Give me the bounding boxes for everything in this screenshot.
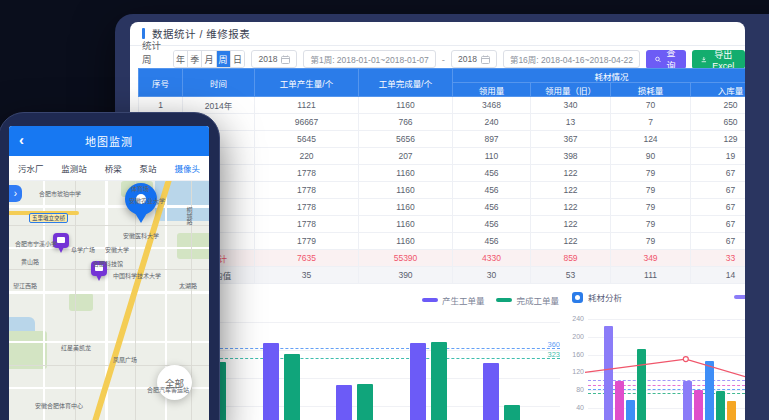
table-cell: 1160	[359, 199, 453, 216]
phone-mockup: ‹ 地图监测 污水厂监测站桥梁泵站摄像头	[0, 112, 220, 420]
y-axis-tick: 40	[570, 404, 584, 411]
table-cell: 398	[531, 148, 611, 165]
column-header: 序号	[139, 69, 183, 97]
table-cell: 1778	[255, 165, 359, 182]
breadcrumb: 数据统计 / 维修报表	[130, 22, 745, 46]
map-label: 阜学广场	[71, 245, 95, 254]
page: 数据统计 / 维修报表 统计周期： 年季月周日 2018 第1周: 2018-0…	[0, 0, 769, 420]
table-row[interactable]: 5177811604561227967	[139, 165, 746, 182]
bar	[615, 381, 624, 420]
phone-tab[interactable]: 泵站	[140, 162, 157, 174]
table-cell: 67	[691, 182, 746, 199]
bar	[637, 349, 646, 420]
table-row[interactable]: 296667766240137650	[139, 114, 746, 131]
table-row[interactable]: 7177811604561227967	[139, 199, 746, 216]
phone-page-title: 地图监测	[85, 133, 133, 149]
y-axis-tick: 200	[570, 333, 584, 340]
table-cell: 53	[531, 267, 611, 284]
table-average-row[interactable]: 平均值35390305311114	[139, 267, 746, 284]
bar	[705, 361, 714, 420]
table-row[interactable]: 8177811604561227967	[139, 216, 746, 233]
phone-tab[interactable]: 桥梁	[105, 162, 122, 174]
bar-完成工单量	[357, 384, 373, 420]
week-start-input[interactable]: 第1周: 2018-01-01~2018-01-07	[303, 50, 435, 68]
consumable-chart: 耗材分析 2402001601208040	[570, 286, 745, 420]
map-label: 安徽农业大学	[129, 196, 165, 205]
map-label: 五里墩立交桥	[29, 213, 68, 223]
table-cell: 1779	[255, 233, 359, 250]
table-cell: 79	[611, 182, 691, 199]
table-cell: 1778	[255, 199, 359, 216]
phone-tab[interactable]: 监测站	[61, 162, 87, 174]
column-header: 工单完成量/个	[359, 69, 453, 97]
table-row[interactable]: 9177911604561227967	[139, 233, 746, 250]
column-header: 工单产生量/个	[255, 69, 359, 97]
legend-label: 完成工单量	[516, 294, 559, 306]
table-cell: 859	[531, 250, 611, 267]
table-cell: 67	[691, 165, 746, 182]
period-segment-周[interactable]: 周	[217, 51, 231, 67]
table-cell: 207	[359, 148, 453, 165]
query-button[interactable]: 查询	[646, 50, 686, 69]
table-row[interactable]: 6177811604561227967	[139, 182, 746, 199]
table-cell: 340	[531, 97, 611, 114]
download-icon	[701, 55, 707, 64]
export-excel-button[interactable]: 导出Excel	[692, 50, 745, 69]
map-label: 凤凰广场	[113, 355, 137, 364]
back-icon[interactable]: ‹	[19, 132, 24, 148]
show-all-button[interactable]: 全部	[157, 365, 192, 400]
week-end-input[interactable]: 第16周: 2018-04-16~2018-04-22	[503, 50, 640, 68]
table-cell: 124	[611, 131, 691, 148]
table-row[interactable]: 356455656897367124129	[139, 131, 746, 148]
table-cell: 79	[611, 233, 691, 250]
calendar-icon	[481, 55, 490, 64]
y-axis-tick: 240	[570, 315, 584, 322]
year-start-select[interactable]: 2018	[251, 50, 297, 68]
bar	[626, 400, 635, 420]
table-total-row[interactable]: 合计763555390433085934933	[139, 250, 746, 267]
table-cell: 3468	[453, 97, 531, 114]
phone-tab[interactable]: 污水厂	[18, 162, 44, 174]
period-segment-年[interactable]: 年	[174, 51, 188, 67]
table-cell: 240	[453, 114, 531, 131]
table-cell: 122	[531, 182, 611, 199]
year-end-select[interactable]: 2018	[451, 50, 497, 68]
map-label: 体育场	[131, 184, 149, 193]
table-cell: 7	[611, 114, 691, 131]
table-cell: 122	[531, 165, 611, 182]
week-end-value: 第16周: 2018-04-16~2018-04-22	[510, 53, 633, 65]
table-cell: 90	[611, 148, 691, 165]
map-label: 安徽合肥体育中心	[35, 401, 83, 410]
sub-column-header: 损耗量	[611, 83, 691, 97]
table-row[interactable]: 12014年11211160346834070250	[139, 97, 746, 114]
expander-chevron-icon[interactable]: ›	[9, 185, 22, 202]
table-cell: 250	[691, 97, 746, 114]
table-cell: 1160	[359, 182, 453, 199]
table-cell: 13	[531, 114, 611, 131]
map-view[interactable]: › 全部 合肥市琥珀中学体育场安徽农业大学桐城路五里墩立交桥安徽医科大学合肥市宁…	[9, 181, 209, 420]
period-segment-月[interactable]: 月	[202, 51, 216, 67]
map-label: 红星美凯龙	[61, 343, 91, 352]
table-cell: 1778	[255, 182, 359, 199]
phone-tab[interactable]: 摄像头	[175, 162, 201, 174]
period-segment-日[interactable]: 日	[231, 51, 245, 67]
table-cell: 19	[691, 148, 746, 165]
table-cell: 897	[453, 131, 531, 148]
dashboard-panel: 数据统计 / 维修报表 统计周期： 年季月周日 2018 第1周: 2018-0…	[130, 22, 745, 420]
period-segment-季[interactable]: 季	[188, 51, 202, 67]
workorder-chart: 产生工单量完成工单量 360323	[218, 286, 565, 420]
map-label: 合肥科技馆	[93, 259, 123, 268]
sub-column-header: 领用量（旧）	[531, 83, 611, 97]
table-row[interactable]: 42202071103989019	[139, 148, 746, 165]
table-cell: 33	[691, 250, 746, 267]
table-cell: 1	[139, 97, 183, 114]
map-label: 太湖路	[179, 281, 197, 290]
gridline	[220, 322, 560, 323]
y-axis-tick: 80	[570, 386, 584, 393]
legend-swatch	[496, 298, 512, 302]
sub-column-header: 入库量	[691, 83, 746, 97]
group-header: 耗材情况	[453, 69, 746, 83]
map-label: 桐城路	[185, 207, 194, 225]
map-label: 黄山路	[21, 257, 39, 266]
table-cell: 1160	[359, 165, 453, 182]
